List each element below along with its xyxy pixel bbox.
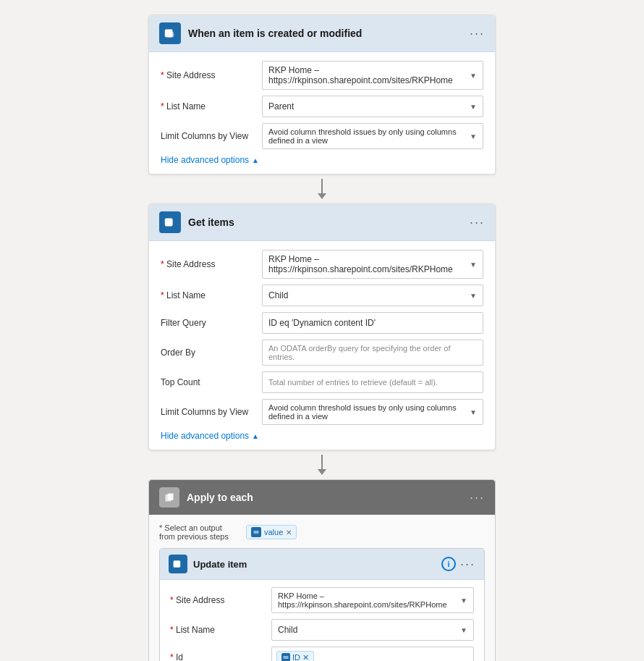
flow-icon-2 — [282, 654, 289, 661]
trigger-input-limit[interactable]: Avoid column threshold issues by only us… — [262, 123, 483, 149]
select-output-row: * Select an output from previous steps v… — [159, 523, 485, 541]
apply-each-dots[interactable]: ··· — [470, 490, 485, 505]
connector-line-1 — [321, 179, 323, 193]
trigger-label-1: * List Name — [161, 101, 262, 111]
svg-text:S: S — [166, 221, 170, 227]
id-tag-icon — [281, 653, 290, 661]
get-items-label-5: Limit Columns by View — [161, 407, 262, 417]
value-tag-container: value ✕ — [246, 525, 485, 539]
get-items-input-filter[interactable]: ID eq 'Dynamicn content ID' — [262, 312, 483, 334]
connector-1 — [318, 179, 326, 199]
trigger-body: * Site Address RKP Home – https://rkpins… — [149, 52, 495, 174]
get-items-field-1: * List Name Child ▼ — [161, 285, 483, 306]
chevron-up-icon: ▲ — [252, 156, 259, 164]
trigger-label-0: * Site Address — [161, 70, 262, 80]
get-items-label-1: * List Name — [161, 290, 262, 300]
apply-each-card: Apply to each ··· * Select an output fro… — [148, 479, 496, 661]
sharepoint-icon-3: S — [172, 558, 184, 570]
update-label-2: * Id — [170, 652, 271, 661]
trigger-field-1: * List Name Parent ▼ — [161, 96, 483, 117]
get-items-label-2: Filter Query — [161, 318, 262, 328]
dropdown-arrow-g1: ▼ — [470, 292, 477, 300]
dropdown-arrow-0: ▼ — [470, 72, 477, 80]
chevron-up-icon-2: ▲ — [252, 432, 259, 440]
svg-text:S: S — [166, 32, 170, 38]
info-icon[interactable]: i — [441, 557, 456, 571]
get-items-icon: S — [159, 211, 181, 233]
update-item-card: S Update item i ··· * Site Address RKP H… — [159, 548, 485, 661]
update-item-header: S Update item i ··· — [160, 549, 484, 580]
get-items-field-3: Order By An ODATA orderBy query for spec… — [161, 340, 483, 366]
get-items-input-order[interactable]: An ODATA orderBy query for specifying th… — [262, 340, 483, 366]
trigger-input-site[interactable]: RKP Home – https://rkpinson.sharepoint.c… — [262, 61, 483, 90]
svg-rect-12 — [284, 658, 289, 659]
trigger-label-2: Limit Columns by View — [161, 131, 262, 141]
sharepoint-icon-2: S — [164, 216, 177, 229]
get-items-field-5: Limit Columns by View Avoid column thres… — [161, 399, 483, 425]
get-items-hide-options[interactable]: Hide advanced options ▲ — [161, 431, 483, 441]
update-item-body: * Site Address RKP Home – https://rkpins… — [160, 580, 484, 661]
get-items-title: Get items — [188, 216, 470, 228]
tag-icon — [251, 527, 261, 537]
flow-container: S When an item is created or modified ··… — [148, 14, 496, 661]
apply-each-body: * Select an output from previous steps v… — [149, 515, 495, 661]
sharepoint-icon: S — [164, 27, 177, 40]
dropdown-arrow-1: ▼ — [470, 103, 477, 111]
apply-each-icon — [159, 487, 179, 508]
get-items-field-4: Top Count Total number of entries to ret… — [161, 371, 483, 393]
dropdown-arrow-u1: ▼ — [460, 626, 467, 634]
trigger-input-list[interactable]: Parent ▼ — [262, 96, 483, 117]
update-field-1: * List Name Child ▼ — [170, 619, 474, 641]
remove-value-tag[interactable]: ✕ — [286, 529, 292, 536]
update-input-list[interactable]: Child ▼ — [271, 619, 474, 641]
trigger-title: When an item is created or modified — [188, 28, 470, 39]
get-items-input-site[interactable]: RKP Home – https://rkpinson.sharepoint.c… — [262, 250, 483, 279]
connector-arrow-1 — [318, 193, 326, 199]
connector-line-2 — [321, 455, 323, 469]
get-items-input-list[interactable]: Child ▼ — [262, 285, 483, 306]
update-input-id[interactable]: ID ✕ — [271, 647, 474, 661]
trigger-field-2: Limit Columns by View Avoid column thres… — [161, 123, 483, 149]
dropdown-arrow-g0: ▼ — [470, 261, 477, 269]
trigger-header: S When an item is created or modified ··… — [149, 15, 495, 52]
copy-icon — [164, 492, 175, 503]
trigger-hide-options[interactable]: Hide advanced options ▲ — [161, 155, 483, 165]
svg-rect-7 — [254, 531, 259, 532]
trigger-card: S When an item is created or modified ··… — [148, 14, 496, 174]
flow-icon — [253, 529, 260, 536]
svg-rect-11 — [284, 657, 289, 657]
svg-rect-8 — [254, 533, 259, 534]
update-label-0: * Site Address — [170, 595, 271, 605]
get-items-field-0: * Site Address RKP Home – https://rkpins… — [161, 250, 483, 279]
get-items-label-0: * Site Address — [161, 259, 262, 269]
connector-2 — [318, 455, 326, 475]
id-chip[interactable]: ID ✕ — [276, 651, 314, 662]
connector-arrow-2 — [318, 469, 326, 475]
get-items-header: S Get items ··· — [149, 204, 495, 241]
svg-rect-6 — [168, 493, 174, 500]
get-items-field-2: Filter Query ID eq 'Dynamicn content ID' — [161, 312, 483, 334]
get-items-dots[interactable]: ··· — [470, 215, 485, 230]
trigger-dots[interactable]: ··· — [470, 26, 485, 41]
get-items-input-top[interactable]: Total number of entries to retrieve (def… — [262, 371, 483, 393]
update-item-title: Update item — [193, 559, 441, 570]
trigger-icon: S — [159, 22, 181, 44]
trigger-field-0: * Site Address RKP Home – https://rkpins… — [161, 61, 483, 90]
update-field-2: * Id ID ✕ — [170, 647, 474, 661]
svg-text:S: S — [174, 563, 178, 568]
get-items-body: * Site Address RKP Home – https://rkpins… — [149, 241, 495, 450]
apply-each-title: Apply to each — [187, 492, 470, 503]
update-item-dots[interactable]: ··· — [460, 557, 475, 572]
update-item-icon: S — [169, 555, 187, 573]
update-input-site[interactable]: RKP Home – https://rkpinson.sharepoint.c… — [271, 587, 474, 613]
update-label-1: * List Name — [170, 625, 271, 635]
dropdown-arrow-u0: ▼ — [460, 597, 467, 605]
value-tag[interactable]: value ✕ — [246, 525, 297, 539]
get-items-label-3: Order By — [161, 348, 262, 358]
get-items-input-limit[interactable]: Avoid column threshold issues by only us… — [262, 399, 483, 425]
apply-each-header: Apply to each ··· — [149, 480, 495, 515]
dropdown-arrow-g5: ▼ — [470, 408, 477, 416]
get-items-label-4: Top Count — [161, 377, 262, 387]
select-output-label: * Select an output from previous steps — [159, 523, 246, 541]
remove-id-chip[interactable]: ✕ — [302, 653, 309, 662]
